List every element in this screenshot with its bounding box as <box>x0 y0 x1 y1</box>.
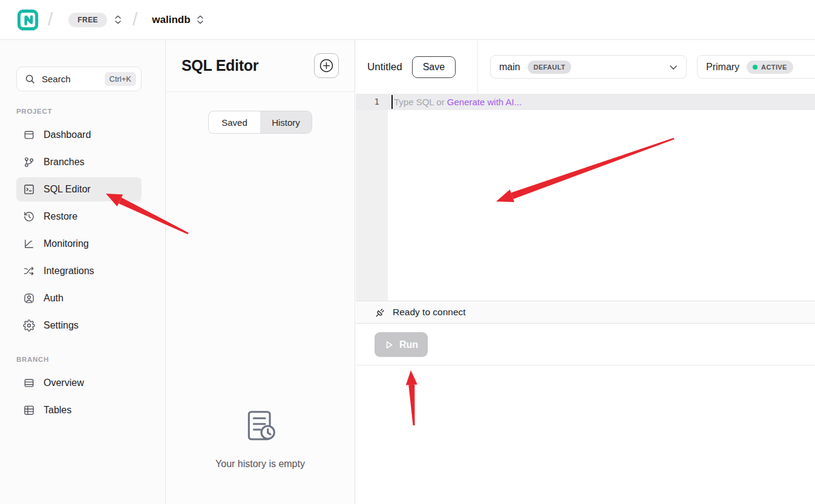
neon-console-page: / FREE / walindb Search Ctrl+K PROJECT <box>0 0 815 504</box>
sidebar-item-label: Monitoring <box>44 238 89 249</box>
play-icon <box>384 340 394 350</box>
sidebar-item-tables[interactable]: Tables <box>16 398 142 422</box>
overview-icon <box>23 377 35 389</box>
line-number: 1 <box>356 94 388 110</box>
restore-icon <box>23 211 35 223</box>
query-workspace: Untitled Save main DEFAULT Primary ACTIV… <box>356 40 815 504</box>
circled-plus-icon <box>319 59 333 73</box>
sidebar-item-integrations[interactable]: Integrations <box>16 259 142 283</box>
run-action-row: Run <box>356 324 815 365</box>
plan-selector-chevrons-icon[interactable] <box>114 15 122 24</box>
breadcrumb-slash: / <box>48 10 53 28</box>
history-empty-state: Your history is empty <box>166 408 355 470</box>
sidebar-item-label: Integrations <box>44 266 94 277</box>
active-status-dot-icon <box>753 65 758 70</box>
dashboard-icon <box>23 129 35 141</box>
status-text: Ready to connect <box>393 307 466 318</box>
tab-history[interactable]: History <box>260 111 312 133</box>
editor-placeholder: Type SQL or Generate with AI... <box>394 94 522 110</box>
sidebar-item-label: Settings <box>44 320 79 331</box>
saved-history-tabs: Saved History <box>208 111 312 134</box>
sidebar-item-auth[interactable]: Auth <box>16 286 142 310</box>
neon-logo-icon[interactable] <box>17 9 39 31</box>
generate-with-ai-link[interactable]: Generate with AI... <box>447 97 522 107</box>
run-button[interactable]: Run <box>375 332 428 357</box>
sidebar-item-dashboard[interactable]: Dashboard <box>16 123 142 147</box>
compute-name: Primary <box>706 62 739 73</box>
empty-state-text: Your history is empty <box>166 459 355 470</box>
monitoring-icon <box>23 238 35 250</box>
page-title: SQL Editor <box>182 57 314 74</box>
project-selector-chevrons-icon[interactable] <box>197 15 204 24</box>
integrations-icon <box>23 265 35 277</box>
toolbar-divider <box>477 40 478 94</box>
sql-editor-icon <box>23 183 35 195</box>
sidebar: Search Ctrl+K PROJECT Dashboard Branches <box>0 40 166 504</box>
sidebar-item-label: Branches <box>44 157 85 168</box>
empty-history-icon <box>241 408 280 447</box>
section-label-project: PROJECT <box>16 108 165 115</box>
placeholder-text: Type SQL or <box>394 97 447 107</box>
query-tab-name[interactable]: Untitled <box>367 61 402 73</box>
sql-editor-panel-header: SQL Editor <box>166 40 355 92</box>
sidebar-item-label: Overview <box>44 378 84 388</box>
new-query-button[interactable] <box>314 53 339 78</box>
branches-icon <box>23 156 35 168</box>
save-button[interactable]: Save <box>412 56 456 78</box>
default-badge: DEFAULT <box>528 61 572 74</box>
sidebar-item-branches[interactable]: Branches <box>16 150 142 174</box>
sql-editor-panel: SQL Editor Saved History <box>166 40 355 504</box>
sidebar-item-settings[interactable]: Settings <box>16 313 142 338</box>
editor-gutter <box>356 94 388 301</box>
connection-status-bar: Ready to connect <box>356 301 815 324</box>
plug-icon <box>375 307 386 318</box>
plan-badge[interactable]: FREE <box>68 13 107 27</box>
sidebar-item-label: Auth <box>44 293 64 304</box>
sidebar-item-monitoring[interactable]: Monitoring <box>16 232 142 256</box>
sidebar-item-label: SQL Editor <box>44 184 91 195</box>
active-badge: ACTIVE <box>747 61 793 74</box>
search-input[interactable]: Search Ctrl+K <box>16 67 142 91</box>
search-shortcut: Ctrl+K <box>105 72 136 86</box>
project-name[interactable]: walindb <box>152 14 190 26</box>
breadcrumb-slash: / <box>133 10 137 28</box>
branch-name: main <box>499 62 520 73</box>
tables-icon <box>23 404 35 416</box>
compute-select[interactable]: Primary ACTIVE <box>697 55 815 79</box>
chevron-down-icon <box>669 62 678 73</box>
settings-icon <box>23 319 35 332</box>
results-area <box>356 365 815 504</box>
sql-code-editor[interactable]: 1 Type SQL or Generate with AI... <box>356 94 815 301</box>
query-toolbar: Untitled Save main DEFAULT Primary ACTIV… <box>356 40 815 94</box>
branch-select[interactable]: main DEFAULT <box>490 55 687 79</box>
search-icon <box>25 74 35 84</box>
tab-saved[interactable]: Saved <box>209 111 260 133</box>
sidebar-item-label: Restore <box>44 211 77 222</box>
top-bar: / FREE / walindb <box>0 0 815 40</box>
section-label-branch: BRANCH <box>16 356 165 363</box>
sidebar-item-sql-editor[interactable]: SQL Editor <box>16 177 142 201</box>
sidebar-item-overview[interactable]: Overview <box>16 371 142 395</box>
text-cursor <box>391 95 393 109</box>
sidebar-item-restore[interactable]: Restore <box>16 205 142 229</box>
sidebar-item-label: Dashboard <box>44 129 91 140</box>
search-label: Search <box>42 74 105 84</box>
auth-icon <box>23 292 35 304</box>
sidebar-item-label: Tables <box>44 405 71 416</box>
